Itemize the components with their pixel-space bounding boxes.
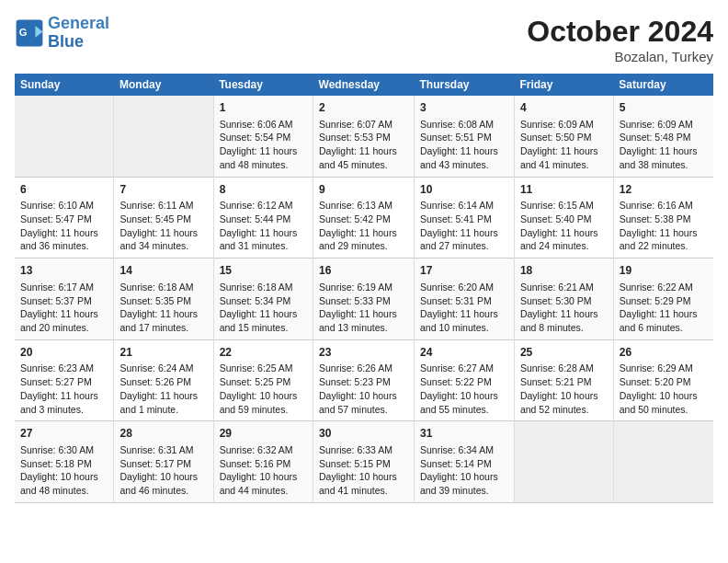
calendar-cell: 22Sunrise: 6:25 AMSunset: 5:25 PMDayligh… xyxy=(213,339,313,421)
sunset: Sunset: 5:23 PM xyxy=(319,376,391,387)
logo-general: General xyxy=(48,14,109,32)
sunrise: Sunrise: 6:31 AM xyxy=(119,444,193,455)
daylight: Daylight: 11 hours and 36 minutes. xyxy=(20,227,98,252)
svg-text:G: G xyxy=(19,27,28,38)
sunrise: Sunrise: 6:29 AM xyxy=(620,362,693,373)
daylight: Daylight: 10 hours and 48 minutes. xyxy=(20,471,98,496)
sunrise: Sunrise: 6:26 AM xyxy=(319,362,392,373)
day-number: 1 xyxy=(220,100,307,116)
calendar-cell: 3Sunrise: 6:08 AMSunset: 5:51 PMDaylight… xyxy=(415,96,515,177)
sunset: Sunset: 5:48 PM xyxy=(620,132,691,143)
sunset: Sunset: 5:47 PM xyxy=(20,213,92,224)
day-number: 20 xyxy=(20,345,108,361)
day-number: 17 xyxy=(420,263,508,279)
sunrise: Sunrise: 6:32 AM xyxy=(220,444,293,455)
page-header: G General Blue October 2024 Bozalan, Tur… xyxy=(15,15,713,64)
calendar-cell: 30Sunrise: 6:33 AMSunset: 5:15 PMDayligh… xyxy=(313,421,415,503)
calendar-cell: 26Sunrise: 6:29 AMSunset: 5:20 PMDayligh… xyxy=(613,339,713,421)
calendar-cell xyxy=(15,96,114,177)
calendar-cell: 14Sunrise: 6:18 AMSunset: 5:35 PMDayligh… xyxy=(114,259,213,340)
calendar-cell: 17Sunrise: 6:20 AMSunset: 5:31 PMDayligh… xyxy=(415,259,515,340)
sunset: Sunset: 5:26 PM xyxy=(119,376,191,387)
daylight: Daylight: 11 hours and 29 minutes. xyxy=(319,227,397,252)
day-number: 10 xyxy=(420,182,508,198)
daylight: Daylight: 11 hours and 31 minutes. xyxy=(220,227,298,252)
sunset: Sunset: 5:18 PM xyxy=(20,458,92,469)
sunset: Sunset: 5:51 PM xyxy=(420,132,492,143)
sunrise: Sunrise: 6:16 AM xyxy=(620,200,693,211)
calendar-cell: 15Sunrise: 6:18 AMSunset: 5:34 PMDayligh… xyxy=(213,259,313,340)
calendar-cell: 16Sunrise: 6:19 AMSunset: 5:33 PMDayligh… xyxy=(313,259,415,340)
calendar-cell: 2Sunrise: 6:07 AMSunset: 5:53 PMDaylight… xyxy=(313,96,415,177)
sunrise: Sunrise: 6:25 AM xyxy=(220,362,293,373)
calendar-week-row: 27Sunrise: 6:30 AMSunset: 5:18 PMDayligh… xyxy=(15,421,713,503)
day-number: 13 xyxy=(20,263,108,279)
sunset: Sunset: 5:44 PM xyxy=(220,213,291,224)
daylight: Daylight: 10 hours and 39 minutes. xyxy=(420,471,498,496)
header-saturday: Saturday xyxy=(613,74,713,96)
calendar-cell: 11Sunrise: 6:15 AMSunset: 5:40 PMDayligh… xyxy=(514,177,613,259)
daylight: Daylight: 10 hours and 55 minutes. xyxy=(420,390,498,415)
daylight: Daylight: 11 hours and 41 minutes. xyxy=(520,145,598,170)
daylight: Daylight: 11 hours and 6 minutes. xyxy=(620,308,698,333)
sunset: Sunset: 5:34 PM xyxy=(220,295,291,306)
calendar-cell: 8Sunrise: 6:12 AMSunset: 5:44 PMDaylight… xyxy=(213,177,313,259)
sunrise: Sunrise: 6:28 AM xyxy=(520,362,594,373)
sunrise: Sunrise: 6:11 AM xyxy=(119,200,193,211)
sunset: Sunset: 5:21 PM xyxy=(520,376,592,387)
sunrise: Sunrise: 6:12 AM xyxy=(220,200,293,211)
sunset: Sunset: 5:33 PM xyxy=(319,295,391,306)
day-number: 4 xyxy=(520,100,608,116)
sunrise: Sunrise: 6:14 AM xyxy=(420,200,494,211)
sunrise: Sunrise: 6:27 AM xyxy=(420,362,494,373)
calendar-cell: 29Sunrise: 6:32 AMSunset: 5:16 PMDayligh… xyxy=(213,421,313,503)
daylight: Daylight: 11 hours and 45 minutes. xyxy=(319,145,397,170)
calendar-week-row: 13Sunrise: 6:17 AMSunset: 5:37 PMDayligh… xyxy=(15,259,713,340)
day-number: 29 xyxy=(220,426,307,442)
day-number: 6 xyxy=(20,182,108,198)
calendar-cell: 5Sunrise: 6:09 AMSunset: 5:48 PMDaylight… xyxy=(613,96,713,177)
sunrise: Sunrise: 6:08 AM xyxy=(420,119,494,130)
calendar-cell: 24Sunrise: 6:27 AMSunset: 5:22 PMDayligh… xyxy=(415,339,515,421)
day-number: 5 xyxy=(620,100,708,116)
calendar-cell: 4Sunrise: 6:09 AMSunset: 5:50 PMDaylight… xyxy=(514,96,613,177)
calendar-cell: 23Sunrise: 6:26 AMSunset: 5:23 PMDayligh… xyxy=(313,339,415,421)
daylight: Daylight: 11 hours and 38 minutes. xyxy=(620,145,698,170)
sunset: Sunset: 5:27 PM xyxy=(20,376,92,387)
sunset: Sunset: 5:20 PM xyxy=(620,376,691,387)
calendar-cell xyxy=(114,96,213,177)
daylight: Daylight: 11 hours and 3 minutes. xyxy=(20,390,98,415)
calendar-cell xyxy=(613,421,713,503)
logo-text: General Blue xyxy=(48,15,109,52)
day-number: 25 xyxy=(520,345,608,361)
location: Bozalan, Turkey xyxy=(527,49,713,64)
logo: G General Blue xyxy=(15,15,109,52)
sunrise: Sunrise: 6:07 AM xyxy=(319,119,392,130)
calendar-cell: 13Sunrise: 6:17 AMSunset: 5:37 PMDayligh… xyxy=(15,259,114,340)
day-number: 9 xyxy=(319,182,408,198)
daylight: Daylight: 11 hours and 15 minutes. xyxy=(220,308,298,333)
calendar-cell: 10Sunrise: 6:14 AMSunset: 5:41 PMDayligh… xyxy=(415,177,515,259)
sunrise: Sunrise: 6:22 AM xyxy=(620,282,693,293)
daylight: Daylight: 11 hours and 10 minutes. xyxy=(420,308,498,333)
daylight: Daylight: 11 hours and 27 minutes. xyxy=(420,227,498,252)
header-thursday: Thursday xyxy=(415,74,515,96)
header-wednesday: Wednesday xyxy=(313,74,415,96)
logo-blue: Blue xyxy=(48,32,84,51)
day-number: 14 xyxy=(119,263,207,279)
sunset: Sunset: 5:37 PM xyxy=(20,295,92,306)
sunset: Sunset: 5:50 PM xyxy=(520,132,592,143)
sunrise: Sunrise: 6:23 AM xyxy=(20,362,94,373)
sunrise: Sunrise: 6:19 AM xyxy=(319,282,392,293)
calendar-cell: 7Sunrise: 6:11 AMSunset: 5:45 PMDaylight… xyxy=(114,177,213,259)
sunrise: Sunrise: 6:10 AM xyxy=(20,200,94,211)
day-number: 23 xyxy=(319,345,408,361)
calendar-week-row: 6Sunrise: 6:10 AMSunset: 5:47 PMDaylight… xyxy=(15,177,713,259)
daylight: Daylight: 11 hours and 34 minutes. xyxy=(119,227,198,252)
day-number: 27 xyxy=(20,426,108,442)
calendar-header-row: Sunday Monday Tuesday Wednesday Thursday… xyxy=(15,74,713,96)
sunset: Sunset: 5:14 PM xyxy=(420,458,492,469)
calendar-table: Sunday Monday Tuesday Wednesday Thursday… xyxy=(15,74,713,503)
sunrise: Sunrise: 6:18 AM xyxy=(119,282,193,293)
sunset: Sunset: 5:40 PM xyxy=(520,213,592,224)
